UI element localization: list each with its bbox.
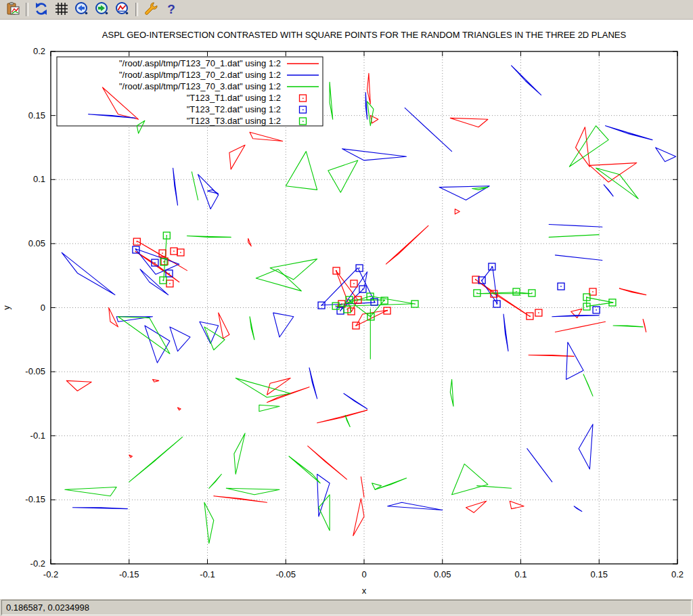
triangle bbox=[613, 326, 643, 327]
triangle bbox=[477, 292, 532, 294]
question-mark-icon: ? bbox=[167, 2, 175, 17]
triangle bbox=[656, 148, 676, 162]
coordinate-readout: 0.186587, 0.0234998 bbox=[1, 600, 692, 615]
triangle bbox=[328, 160, 358, 192]
zoom-previous-icon bbox=[74, 1, 89, 18]
triangle bbox=[477, 486, 512, 489]
triangle bbox=[579, 424, 593, 469]
x-tick-label: -0.05 bbox=[275, 569, 296, 579]
triangle bbox=[504, 314, 508, 351]
triangle bbox=[118, 317, 170, 354]
triangle bbox=[72, 508, 127, 509]
triangle bbox=[214, 496, 267, 503]
plot-svg[interactable]: -0.2-0.15-0.1-0.0500.050.10.150.2-0.2-0.… bbox=[0, 20, 693, 599]
legend-label: "/root/.aspl/tmp/T123_70_2.dat" using 1:… bbox=[119, 70, 281, 80]
triangle bbox=[571, 309, 582, 317]
x-tick-label: -0.15 bbox=[119, 569, 139, 579]
triangle bbox=[475, 280, 530, 317]
triangle bbox=[187, 236, 231, 238]
triangle bbox=[204, 502, 214, 544]
triangle bbox=[342, 149, 407, 160]
triangle bbox=[386, 225, 428, 264]
zoom-next-button[interactable] bbox=[93, 1, 112, 18]
triangle bbox=[208, 190, 219, 194]
wrench-icon bbox=[143, 1, 158, 18]
x-tick-label: -0.1 bbox=[200, 569, 215, 579]
toolbar-separator bbox=[26, 3, 28, 16]
plot-title: ASPL GEO-INTERSECTION CONTRASTED WITH SQ… bbox=[102, 30, 627, 40]
zoom-previous-button[interactable] bbox=[72, 1, 91, 18]
triangle bbox=[455, 209, 460, 215]
toolbar: ? bbox=[0, 0, 693, 20]
triangle bbox=[619, 288, 646, 295]
legend-label: "T123_T1.dat" using 1:2 bbox=[187, 93, 281, 103]
triangle bbox=[512, 66, 541, 95]
triangle bbox=[250, 317, 254, 340]
triangle bbox=[234, 433, 245, 475]
x-tick-label: 0.05 bbox=[434, 569, 451, 579]
triangle bbox=[317, 475, 330, 517]
triangle bbox=[344, 393, 367, 409]
triangle bbox=[153, 380, 159, 382]
triangle bbox=[574, 506, 582, 512]
configure-button[interactable] bbox=[141, 1, 160, 18]
triangle bbox=[66, 380, 91, 391]
triangle bbox=[259, 405, 280, 412]
autoscale-button[interactable] bbox=[113, 1, 132, 18]
y-tick-label: 0 bbox=[41, 303, 45, 313]
clipboard-icon bbox=[5, 1, 20, 18]
help-button[interactable]: ? bbox=[162, 1, 181, 18]
legend-label: "/root/.aspl/tmp/T123_70_1.dat" using 1:… bbox=[119, 58, 281, 68]
plot-canvas[interactable]: -0.2-0.15-0.1-0.0500.050.10.150.2-0.2-0.… bbox=[0, 20, 693, 599]
y-tick-label: 0.05 bbox=[28, 238, 45, 248]
replot-button[interactable] bbox=[32, 1, 51, 18]
triangle bbox=[604, 185, 613, 196]
triangle bbox=[643, 320, 646, 332]
triangle bbox=[361, 477, 364, 497]
triangle bbox=[555, 322, 605, 332]
zoom-next-icon bbox=[95, 1, 110, 18]
triangle bbox=[229, 145, 245, 169]
triangle bbox=[549, 235, 599, 238]
toolbar-separator bbox=[135, 3, 138, 16]
triangle bbox=[273, 313, 294, 337]
triangle bbox=[170, 327, 190, 351]
x-tick-label: 0 bbox=[361, 569, 366, 579]
triangle bbox=[375, 478, 406, 489]
triangle bbox=[606, 126, 653, 140]
triangle bbox=[510, 501, 524, 508]
triangle bbox=[308, 446, 347, 479]
series-2 bbox=[62, 66, 676, 516]
x-axis-label: x bbox=[362, 586, 367, 596]
series-1 bbox=[66, 73, 646, 535]
triangle bbox=[450, 380, 453, 407]
toggle-grid-button[interactable] bbox=[52, 1, 71, 18]
x-tick-label: -0.2 bbox=[43, 569, 58, 579]
triangle bbox=[405, 108, 451, 151]
y-tick-label: 0.2 bbox=[33, 46, 45, 56]
triangle bbox=[173, 168, 178, 205]
x-tick-label: 0.2 bbox=[671, 569, 684, 579]
y-tick-label: -0.2 bbox=[30, 558, 45, 569]
gnuplot-window: ? -0.2-0.15-0.1-0.0500.050.10.150.2-0.2-… bbox=[0, 0, 693, 616]
triangle bbox=[596, 168, 639, 198]
grid-icon bbox=[54, 1, 69, 18]
y-tick-label: 0.1 bbox=[33, 174, 45, 184]
triangle bbox=[466, 501, 487, 512]
triangle bbox=[367, 73, 371, 104]
triangle bbox=[209, 475, 222, 489]
triangle bbox=[367, 102, 374, 126]
copy-to-clipboard-button[interactable] bbox=[3, 1, 22, 18]
triangle bbox=[286, 152, 317, 190]
y-axis-label: y bbox=[1, 305, 12, 310]
triangle bbox=[200, 322, 219, 343]
triangle bbox=[65, 487, 116, 496]
triangle bbox=[248, 238, 252, 246]
triangle bbox=[236, 378, 290, 397]
legend-label: "/root/.aspl/tmp/T123_70_3.dat" using 1:… bbox=[119, 81, 281, 91]
x-tick-label: 0.15 bbox=[591, 569, 608, 579]
refresh-icon bbox=[34, 1, 49, 18]
triangle bbox=[226, 488, 280, 495]
triangle bbox=[555, 255, 602, 261]
legend-label: "T123_T2.dat" using 1:2 bbox=[187, 104, 281, 114]
